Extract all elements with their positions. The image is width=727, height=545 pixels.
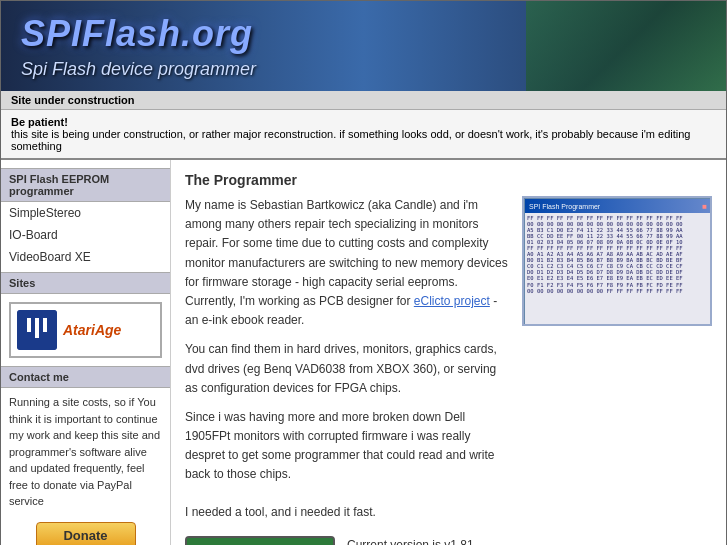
atari-age-box[interactable]: AtariAge [9, 302, 162, 358]
paragraph-1: My name is Sebastian Bartkowicz (aka Can… [185, 196, 510, 485]
page-wrapper: SPIFlash.org Spi Flash device programmer… [0, 0, 727, 545]
atari-logo [17, 310, 57, 350]
donate-button[interactable]: Donate [36, 522, 136, 546]
pcb-board-image: SPI FLASH [185, 536, 335, 545]
contact-text: Running a site costs, so if You think it… [1, 388, 170, 516]
svg-rect-3 [43, 318, 47, 332]
svg-rect-4 [187, 538, 335, 545]
prog-titlebar: SPI Flash Programmer ■ [525, 199, 711, 213]
sidebar-item-videoboard[interactable]: VideoBoard XE [1, 246, 170, 268]
header-circuit-bg [526, 1, 726, 91]
board-sim: SPI FLASH [187, 538, 333, 545]
svg-rect-1 [35, 318, 39, 338]
sidebar-item-ioboard[interactable]: IO-Board [1, 224, 170, 246]
paragraph-2: You can find them in hard drives, monito… [185, 340, 510, 398]
header-text-block: SPIFlash.org Spi Flash device programmer [21, 13, 256, 80]
notice-body: Be patient! this site is being under con… [1, 110, 726, 160]
paragraph-3: Since i was having more and more broken … [185, 408, 510, 485]
site-subtitle: Spi Flash device programmer [21, 59, 256, 80]
contact-section-header: Contact me [1, 366, 170, 388]
bottom-content: I needed a tool, and i needed it fast. [185, 503, 712, 545]
notice-bar-label: Site under construction [11, 94, 134, 106]
top-content-row: My name is Sebastian Bartkowicz (aka Can… [185, 196, 712, 495]
paragraph-4: I needed a tool, and i needed it fast. [185, 503, 712, 522]
sidebar-item-simplestereo[interactable]: SimpleStereo [1, 202, 170, 224]
version-text: Current version is v1.81 [347, 536, 712, 545]
site-title: SPIFlash.org [21, 13, 256, 55]
sites-section-header: Sites [1, 272, 170, 294]
programmer-screenshot: SPI Flash Programmer ■ // We'll render t… [522, 196, 712, 326]
site-header: SPIFlash.org Spi Flash device programmer [1, 1, 726, 91]
main-layout: SPI Flash EEPROM programmer SimpleStereo… [1, 160, 726, 545]
nav-section-header: SPI Flash EEPROM programmer [1, 168, 170, 202]
notice-line2: this site is being under construction, o… [11, 128, 716, 152]
notice-line1: Be patient! [11, 116, 716, 128]
content-title: The Programmer [185, 172, 712, 188]
notice-bar: Site under construction [1, 91, 726, 110]
prog-screen-sim: SPI Flash Programmer ■ // We'll render t… [524, 198, 712, 326]
eclicto-link[interactable]: eClicto project [414, 294, 490, 308]
sidebar: SPI Flash EEPROM programmer SimpleStereo… [1, 160, 171, 545]
main-content: The Programmer My name is Sebastian Bart… [171, 160, 726, 545]
atari-age-label: AtariAge [63, 322, 121, 338]
intro-text-block: My name is Sebastian Bartkowicz (aka Can… [185, 196, 510, 495]
svg-rect-2 [27, 318, 31, 332]
